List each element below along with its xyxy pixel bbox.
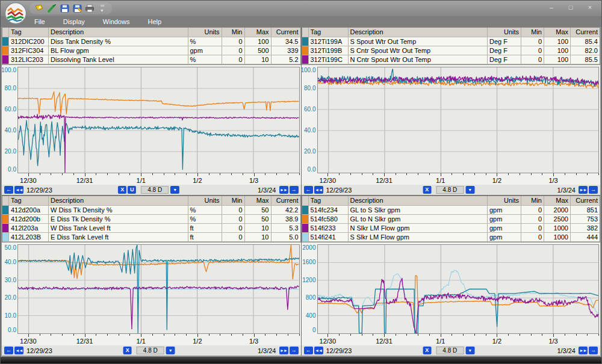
table-row[interactable]: 514fc234GL to S Slkr gpmgpm02000851	[302, 206, 600, 215]
tag-table: TagDescriptionUnitsMinMaxCurrent312Ti199…	[302, 27, 601, 65]
units-cell: Deg F	[487, 55, 521, 64]
time-span-dropdown-button[interactable]: ▼	[465, 347, 474, 354]
min-cell: 0	[222, 206, 244, 214]
menu-item-windows[interactable]: Windows	[103, 18, 130, 25]
table-row[interactable]: 412d200bE Diss Tk Density %%05038.9	[2, 215, 300, 224]
page-back-button[interactable]: ◄◄	[14, 186, 23, 194]
table-row[interactable]: 312DIC200Diss Tank Density %%010034.5	[2, 37, 300, 46]
tag-table-header-row: TagDescriptionUnitsMinMaxCurrent	[302, 28, 600, 37]
axis-tick	[474, 334, 475, 336]
y-axis-label: 20.0	[5, 294, 16, 301]
save-icon[interactable]	[60, 4, 69, 13]
step-back-button[interactable]: ←	[304, 186, 313, 194]
pen-color-swatch	[302, 224, 308, 232]
time-span-value[interactable]: 4.8 D	[141, 186, 169, 194]
axis-tick	[418, 334, 418, 336]
axis-tick	[51, 173, 51, 175]
app-icon[interactable]	[4, 2, 27, 25]
step-back-button[interactable]: ←	[4, 186, 13, 194]
table-row[interactable]: 412d200aW Diss Tk Density %%05042.2	[2, 206, 300, 215]
zoom-x-button[interactable]: X	[118, 186, 126, 194]
max-cell: 100	[544, 55, 570, 64]
step-back-button[interactable]: ←	[4, 347, 13, 354]
page-back-button[interactable]: ◄◄	[14, 347, 23, 354]
page-back-button[interactable]: ◄◄	[314, 347, 323, 354]
table-row[interactable]: 312FIC304BL Flow gpmgpm0500339	[2, 46, 300, 55]
pen-color-column-header	[2, 28, 8, 37]
max-cell: 10	[244, 233, 271, 241]
step-forward-button[interactable]: →	[589, 186, 598, 194]
step-back-button[interactable]: ←	[304, 347, 313, 354]
table-row[interactable]: 514fi241S Slkr LM Flow gpmgpm01000444	[302, 233, 600, 242]
current-value-cell: 753	[570, 215, 600, 223]
maximize-button[interactable]: □	[564, 2, 577, 12]
axis-tick	[276, 334, 277, 336]
highlighter-icon[interactable]	[34, 4, 44, 13]
step-forward-button[interactable]: →	[290, 347, 299, 354]
close-button[interactable]: ×	[583, 2, 597, 12]
x-axis-label: 12/30	[320, 338, 337, 345]
time-span-dropdown-button[interactable]: ▼	[166, 347, 175, 354]
axis-tick	[384, 173, 385, 176]
print-icon[interactable]	[85, 4, 95, 13]
pen-color-swatch	[302, 206, 308, 214]
tag-cell: 312Ti199A	[308, 37, 348, 46]
page-back-button[interactable]: ◄◄	[314, 186, 323, 194]
page-forward-button[interactable]: ►►	[279, 186, 288, 194]
minimize-button[interactable]: –	[545, 2, 558, 12]
trend-line-312FIC304	[18, 91, 299, 114]
pen-color-swatch	[2, 55, 8, 64]
toolbar-overflow-icon[interactable]: ═▾	[98, 4, 107, 13]
zoom-x-button[interactable]: X	[123, 347, 132, 354]
axis-tick	[486, 173, 486, 175]
trend-plot[interactable]	[17, 67, 300, 173]
zoom-x-button[interactable]: X	[423, 186, 431, 194]
pen-icon[interactable]	[47, 4, 57, 13]
trend-plot[interactable]	[17, 244, 300, 334]
menu-item-file[interactable]: File	[34, 18, 45, 25]
time-span-dropdown-button[interactable]: ▼	[465, 186, 474, 194]
table-row[interactable]: 412l203aW Diss Tank Level ftft0105.3	[2, 224, 300, 233]
description-cell: S Cntr Spout Wtr Out Temp	[348, 46, 488, 55]
y-axis-label: 400	[306, 312, 316, 318]
table-row[interactable]: 514fi233N Slkr LM Flow gpmgpm01000382	[302, 224, 600, 233]
time-span-dropdown-button[interactable]: ▼	[170, 186, 179, 194]
page-forward-button[interactable]: ►►	[579, 186, 588, 194]
table-row[interactable]: 312LIC203Dissolving Tank Level%0105.2	[2, 55, 300, 64]
time-span-value[interactable]: 4.8 D	[436, 347, 464, 354]
trend-plot[interactable]	[317, 244, 600, 334]
y-axis-label: 2000	[302, 244, 315, 251]
page-forward-button[interactable]: ►►	[579, 347, 588, 354]
time-span-value[interactable]: 4.8 D	[436, 186, 464, 194]
current-value-cell: 5.0	[271, 233, 300, 241]
table-row[interactable]: 312Ti199CN Cntr Spout Wtr Out TempDeg F0…	[302, 55, 600, 64]
tag-cell: 412l203a	[8, 224, 48, 232]
table-row[interactable]: 312Ti199AS Spout Wtr Out TempDeg F010085…	[302, 37, 600, 46]
pen-color-swatch	[302, 55, 308, 64]
description-cell: S Spout Wtr Out Temp	[348, 37, 488, 46]
pen-color-swatch	[2, 224, 8, 232]
units-cell: gpm	[487, 233, 521, 241]
save-as-icon[interactable]	[72, 4, 82, 13]
zoom-x-button[interactable]: X	[423, 347, 431, 354]
trend-line-312Ti199A	[318, 69, 599, 87]
zoom-u-button[interactable]: U	[128, 186, 136, 194]
axis-tick	[587, 173, 588, 175]
step-forward-button[interactable]: →	[290, 186, 299, 194]
menu-item-display[interactable]: Display	[63, 18, 85, 25]
axis-tick	[209, 334, 209, 336]
axis-tick	[62, 173, 63, 175]
axis-tick	[565, 334, 565, 336]
axis-tick	[463, 334, 464, 336]
table-row[interactable]: 412L203BE Diss Tank Level ftft0105.0	[2, 233, 300, 242]
table-row[interactable]: 312Ti199BS Cntr Spout Wtr Out TempDeg F0…	[302, 46, 600, 55]
description-cell: S Slkr LM Flow gpm	[348, 233, 488, 241]
page-forward-button[interactable]: ►►	[279, 347, 288, 354]
table-row[interactable]: 514fc580GL to N Slkr gpmgpm02500753	[302, 215, 600, 224]
time-span-value[interactable]: 4.8 D	[137, 347, 164, 354]
menu-item-help[interactable]: Help	[147, 18, 161, 25]
x-axis-label: 1/2	[193, 177, 202, 184]
trend-plot[interactable]	[317, 67, 600, 173]
tag-table-header-row: TagDescriptionUnitsMinMaxCurrent	[2, 28, 300, 37]
step-forward-button[interactable]: →	[589, 347, 598, 354]
